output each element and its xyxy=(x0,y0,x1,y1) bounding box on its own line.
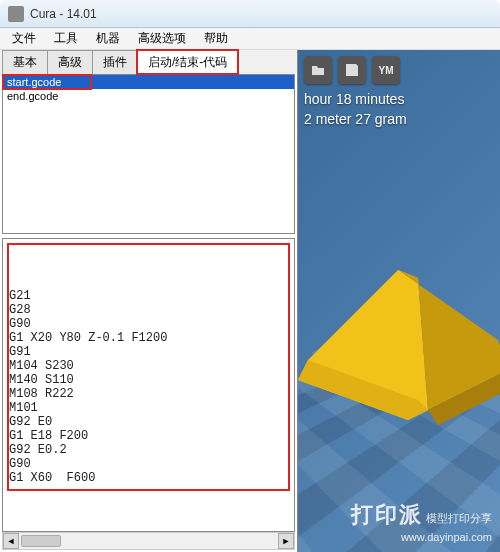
main-content: 基本 高级 插件 启动/结束-代码 start.gcode end.gcode … xyxy=(0,50,500,552)
menu-help[interactable]: 帮助 xyxy=(196,28,236,49)
load-model-button[interactable] xyxy=(304,56,332,84)
menu-machine[interactable]: 机器 xyxy=(88,28,128,49)
tab-plugins[interactable]: 插件 xyxy=(92,50,138,74)
window-titlebar: Cura - 14.01 xyxy=(0,0,500,28)
gcode-editor[interactable]: G21 G28 G90 G1 X20 Y80 Z-0.1 F1200 G91 M… xyxy=(2,238,295,532)
watermark-url: www.dayinpai.com xyxy=(401,531,492,543)
window-title: Cura - 14.01 xyxy=(30,7,97,21)
menu-tools[interactable]: 工具 xyxy=(46,28,86,49)
watermark-brand: 打印派 xyxy=(351,502,423,527)
watermark: 打印派 模型打印分享 www.dayinpai.com xyxy=(351,501,492,544)
watermark-tagline: 模型打印分享 xyxy=(426,512,492,524)
print-time: hour 18 minutes xyxy=(304,90,407,110)
scroll-thumb[interactable] xyxy=(21,535,61,547)
print-info: hour 18 minutes 2 meter 27 gram xyxy=(304,90,407,129)
save-toolpath-button[interactable] xyxy=(338,56,366,84)
viewport-3d[interactable]: YM hour 18 minutes 2 meter 27 gram 打印派 模… xyxy=(298,50,500,552)
print-material: 2 meter 27 gram xyxy=(304,110,407,130)
viewport-toolbar: YM xyxy=(304,56,400,84)
horizontal-scrollbar[interactable]: ◄ ► xyxy=(2,532,295,550)
folder-up-icon xyxy=(310,62,326,78)
tab-startend-gcode[interactable]: 启动/结束-代码 xyxy=(137,50,238,74)
tab-advanced[interactable]: 高级 xyxy=(47,50,93,74)
menubar: 文件 工具 机器 高级选项 帮助 xyxy=(0,28,500,50)
menu-advanced[interactable]: 高级选项 xyxy=(130,28,194,49)
scroll-right-button[interactable]: ► xyxy=(278,533,294,549)
save-icon xyxy=(344,62,360,78)
list-item[interactable]: end.gcode xyxy=(3,89,294,103)
menu-file[interactable]: 文件 xyxy=(4,28,44,49)
settings-tabbar: 基本 高级 插件 启动/结束-代码 xyxy=(0,50,297,74)
tab-basic[interactable]: 基本 xyxy=(2,50,48,74)
app-icon xyxy=(8,6,24,22)
scroll-left-button[interactable]: ◄ xyxy=(3,533,19,549)
ym-button[interactable]: YM xyxy=(372,56,400,84)
ym-label: YM xyxy=(379,65,394,76)
left-panel: 基本 高级 插件 启动/结束-代码 start.gcode end.gcode … xyxy=(0,50,298,552)
list-item[interactable]: start.gcode xyxy=(3,75,294,89)
model-preview xyxy=(298,210,500,470)
scroll-track[interactable] xyxy=(19,534,278,548)
gcode-file-list[interactable]: start.gcode end.gcode xyxy=(2,74,295,234)
